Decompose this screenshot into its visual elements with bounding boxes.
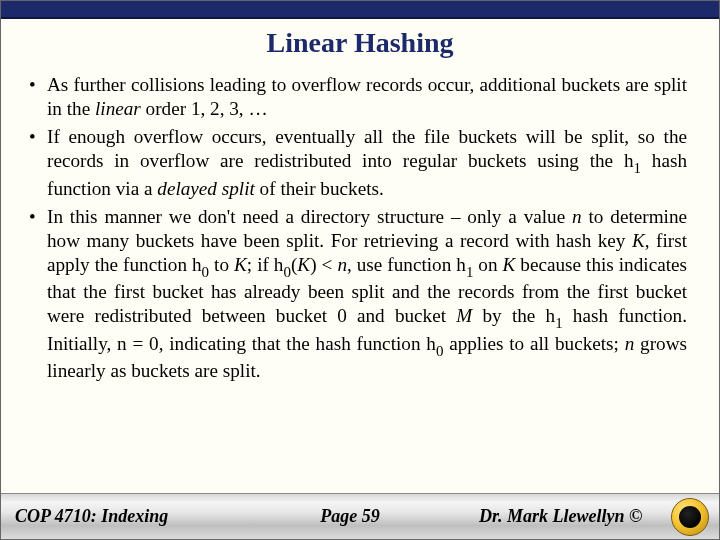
footer-page: Page 59 (221, 506, 479, 527)
subscript: 1 (466, 264, 473, 280)
text: ; if h (247, 254, 284, 275)
bullet-list: As further collisions leading to overflo… (25, 73, 687, 383)
subscript: 1 (555, 315, 562, 331)
footer-course: COP 4710: Indexing (1, 506, 221, 527)
text-italic: K (297, 254, 310, 275)
logo-inner-icon (679, 506, 701, 528)
bullet-item: As further collisions leading to overflo… (25, 73, 687, 121)
bullet-item: If enough overflow occurs, eventually al… (25, 125, 687, 201)
text-italic: n (572, 206, 582, 227)
text-italic: n (337, 254, 347, 275)
text-italic: K (503, 254, 516, 275)
text: If enough overflow occurs, eventually al… (47, 126, 687, 171)
text: to (209, 254, 234, 275)
text: order 1, 2, 3, … (141, 98, 268, 119)
slide: Linear Hashing As further collisions lea… (0, 0, 720, 540)
text: on (473, 254, 502, 275)
text-italic: n (625, 333, 635, 354)
text-italic: M (456, 305, 472, 326)
text: applies to all buckets; (443, 333, 624, 354)
text-italic: linear (95, 98, 141, 119)
slide-body: As further collisions leading to overflo… (1, 73, 719, 493)
text: In this manner we don't need a directory… (47, 206, 572, 227)
text-italic: delayed split (157, 178, 255, 199)
subscript: 0 (436, 343, 443, 359)
text: , use function h (347, 254, 466, 275)
bullet-item: In this manner we don't need a directory… (25, 205, 687, 384)
subscript: 0 (202, 264, 209, 280)
text-italic: K (632, 230, 645, 251)
slide-title: Linear Hashing (1, 19, 719, 73)
text: of their buckets. (255, 178, 384, 199)
subscript: 1 (634, 160, 641, 176)
text: by the h (472, 305, 555, 326)
ucf-logo-icon (671, 498, 709, 536)
text-italic: K (234, 254, 247, 275)
slide-footer: COP 4710: Indexing Page 59 Dr. Mark Llew… (1, 493, 719, 539)
top-accent-bar (1, 1, 719, 19)
text: ) < (310, 254, 337, 275)
subscript: 0 (283, 264, 290, 280)
